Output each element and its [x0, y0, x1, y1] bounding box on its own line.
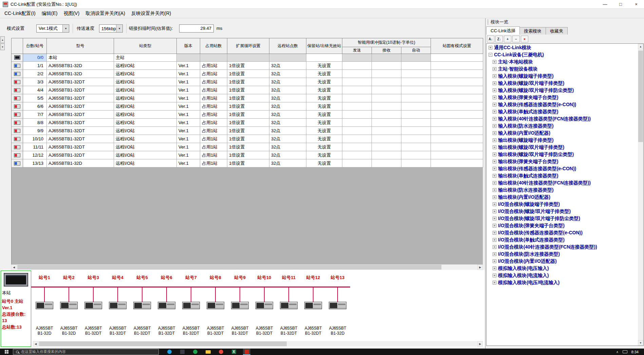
cell-auto[interactable] — [401, 135, 431, 143]
cell-reserve[interactable]: 无设置 — [306, 143, 342, 151]
cell-reserve[interactable]: 无设置 — [306, 119, 342, 127]
expand-icon[interactable]: + — [493, 160, 496, 163]
scroll-down-icon[interactable]: ▼ — [638, 340, 643, 346]
cell-model[interactable]: AJ65SBTB1-32DT — [47, 78, 114, 86]
cell-send[interactable] — [342, 119, 372, 127]
panel-tab[interactable]: 收藏夹 — [546, 27, 568, 35]
cell-receive[interactable] — [372, 62, 401, 70]
cell-points[interactable]: 32点 — [269, 159, 306, 167]
remote-module-icon[interactable] — [109, 302, 127, 309]
cell-station[interactable]: 5/5 — [23, 94, 47, 102]
cell-reserve[interactable]: 无设置 — [306, 62, 342, 70]
speed-combo[interactable]: 156kbp ▼ — [99, 24, 123, 33]
cell-auto[interactable] — [401, 94, 431, 102]
remote-module-icon[interactable] — [158, 302, 175, 309]
cell-model[interactable]: AJ65SBTB1-32D — [47, 159, 114, 167]
remote-module-icon[interactable] — [329, 302, 346, 309]
file-explorer-icon[interactable] — [204, 349, 212, 355]
cell-auto[interactable] — [401, 159, 431, 167]
cell-occupied[interactable]: 占用1站 — [200, 102, 227, 111]
scrollbar-thumb[interactable] — [17, 265, 441, 270]
expand-icon[interactable]: + — [493, 74, 496, 78]
cell-points[interactable]: 32点 — [269, 119, 306, 127]
cell-cyclic[interactable] — [227, 54, 269, 62]
station-icon-cell[interactable] — [12, 78, 23, 86]
cell-version[interactable]: Ver.1 — [177, 143, 200, 151]
taskbar-clock[interactable]: 8:34 — [631, 350, 639, 354]
tree-item[interactable]: +输入模块(传感器连接器类型(e-CON)) — [487, 101, 638, 108]
tree-item[interactable]: +通用CC-Link模块 — [487, 44, 638, 51]
station-icon-cell[interactable] — [12, 54, 23, 62]
cell-cyclic[interactable]: 1倍设置 — [227, 70, 269, 78]
cell-points[interactable]: 32点 — [269, 70, 306, 78]
station-icon-cell[interactable] — [12, 70, 23, 78]
tree-item[interactable]: +主站·本地站模块 — [487, 58, 638, 65]
cell-points[interactable]: 32点 — [269, 94, 306, 102]
cell-station[interactable]: 3/3 — [23, 78, 47, 86]
tree-item[interactable]: +I/O混合模块(螺旋/双片端子排类型) — [487, 208, 638, 215]
cell-version[interactable]: Ver.1 — [177, 127, 200, 135]
cell-points[interactable]: 32点 — [269, 102, 306, 111]
panel-header[interactable]: 模块一览 — [486, 18, 644, 26]
cell-reserve[interactable] — [306, 54, 342, 62]
cell-version[interactable]: Ver.1 — [177, 119, 200, 127]
cell-occupied[interactable]: 占用1站 — [200, 94, 227, 102]
station-icon-cell[interactable] — [12, 94, 23, 102]
tree-item[interactable]: −CC-Link设备(三菱电机) — [487, 51, 638, 58]
cell-model[interactable]: AJ65SBTB1-32DT — [47, 119, 114, 127]
cell-model[interactable]: AJ65SBTB1-32DT — [47, 151, 114, 159]
remote-module-icon[interactable] — [36, 302, 53, 309]
tree-item[interactable]: +I/O混合模块(螺旋/双片端子排防尘类型) — [487, 215, 638, 222]
cell-receive[interactable] — [372, 151, 401, 159]
cell-cyclic[interactable]: 1倍设置 — [227, 119, 269, 127]
remote-module-icon[interactable] — [304, 302, 322, 309]
cell-occupied[interactable]: 占用1站 — [200, 70, 227, 78]
cell-auto[interactable] — [401, 143, 431, 151]
cell-station[interactable]: 11/11 — [23, 143, 47, 151]
cell-reserve[interactable]: 无设置 — [306, 151, 342, 159]
cell-mode[interactable] — [431, 78, 483, 86]
expand-icon[interactable]: + — [489, 46, 492, 50]
tree-item[interactable]: +模拟输入模块(电流输入) — [487, 272, 638, 279]
menu-item[interactable]: 编辑(E) — [39, 9, 61, 18]
cell-type[interactable]: 远程I/O站 — [114, 62, 177, 70]
cell-mode[interactable] — [431, 94, 483, 102]
remote-module-icon[interactable] — [133, 302, 151, 309]
expand-icon[interactable]: + — [493, 138, 496, 142]
cell-occupied[interactable]: 占用1站 — [200, 143, 227, 151]
tree-item[interactable]: +模拟输入模块(电压/电流输入) — [487, 279, 638, 286]
tree-item[interactable]: +输出模块(40针连接器类型(FCN连接器类型)) — [487, 179, 638, 186]
cell-model[interactable]: 本站 — [47, 54, 114, 62]
cell-points[interactable]: 32点 — [269, 135, 306, 143]
cell-cyclic[interactable]: 1倍设置 — [227, 159, 269, 167]
tree-item[interactable]: +输入模块(螺旋/双片端子排防尘类型) — [487, 87, 638, 94]
cell-occupied[interactable]: 占用1站 — [200, 78, 227, 86]
cell-version[interactable]: Ver.1 — [177, 86, 200, 94]
maximize-button[interactable]: □ — [613, 0, 628, 8]
cell-receive[interactable] — [372, 119, 401, 127]
menu-item[interactable]: CC-Link配置(I) — [1, 9, 39, 18]
cell-type[interactable]: 远程I/O站 — [114, 70, 177, 78]
cell-receive[interactable] — [372, 54, 401, 62]
expand-icon[interactable]: + — [493, 167, 496, 171]
tree-item[interactable]: +输入模块(弹簧夹端子台类型) — [487, 94, 638, 101]
expand-icon[interactable]: + — [493, 210, 496, 213]
tree-item[interactable]: +主站·智能设备模块 — [487, 65, 638, 73]
cell-points[interactable]: 32点 — [269, 62, 306, 70]
cell-auto[interactable] — [401, 62, 431, 70]
cell-version[interactable]: Ver.1 — [177, 102, 200, 111]
cell-version[interactable] — [177, 54, 200, 62]
scroll-up-button[interactable]: ▲ — [0, 36, 5, 43]
cell-cyclic[interactable]: 1倍设置 — [227, 135, 269, 143]
cell-receive[interactable] — [372, 70, 401, 78]
cell-points[interactable]: 32点 — [269, 143, 306, 151]
cell-auto[interactable] — [401, 54, 431, 62]
cell-model[interactable]: AJ65SBTB1-32DT — [47, 111, 114, 119]
tree-item[interactable]: +输入模块(螺旋端子排类型) — [487, 73, 638, 80]
cell-occupied[interactable] — [200, 54, 227, 62]
chrome-icon[interactable] — [217, 349, 225, 355]
scrollbar-track[interactable] — [638, 49, 643, 340]
tree-item[interactable]: +I/O混合模块(40针连接器类型(FCN连接器类型)) — [487, 243, 638, 251]
scroll-right-icon[interactable]: ▶ — [477, 264, 483, 270]
cell-points[interactable]: 32点 — [269, 78, 306, 86]
